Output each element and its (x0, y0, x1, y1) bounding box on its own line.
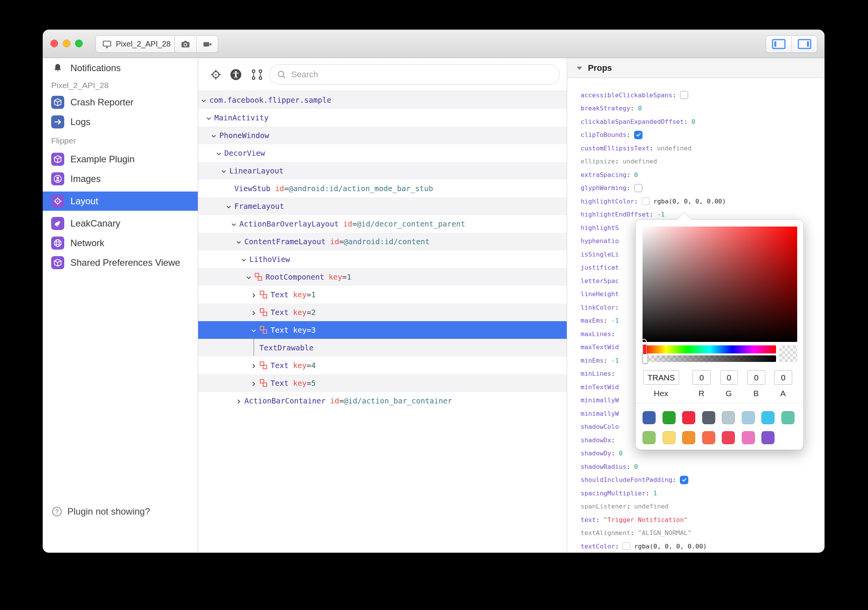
tree-row-actionbarcontainer[interactable]: ActionBarContainer id=@id/action_bar_con… (198, 392, 567, 410)
tree-row-viewstub[interactable]: ViewStub id=@android:id/action_mode_bar_… (198, 180, 567, 197)
target-crosshair-icon[interactable] (210, 68, 222, 81)
tree-row-com.facebook.flipper.sample[interactable]: com.facebook.flipper.sample (198, 91, 567, 109)
prop-key: shadowRadius (581, 463, 626, 470)
green-input[interactable] (720, 370, 738, 385)
props-header[interactable]: Props (567, 58, 825, 78)
sidebar-item-logs[interactable]: Logs (43, 112, 198, 132)
preset-color-swatch[interactable] (663, 431, 676, 444)
chevron-down-icon[interactable] (211, 132, 217, 138)
sidebar-item-network[interactable]: Network (43, 233, 198, 253)
alpha-slider-handle[interactable] (643, 354, 648, 363)
sidebar-item-images[interactable]: Images (43, 169, 198, 189)
chevron-right-icon[interactable] (251, 309, 257, 315)
tree-row-text[interactable]: Text key=3 (198, 321, 567, 339)
hex-input[interactable] (643, 370, 679, 385)
toggle-right-panel-button[interactable] (791, 36, 817, 52)
preset-color-swatch[interactable] (781, 411, 795, 424)
preset-color-swatch[interactable] (742, 431, 755, 444)
saturation-value-area[interactable] (643, 227, 797, 342)
tree-row-linearlayout[interactable]: LinearLayout (198, 162, 567, 180)
screenshot-button[interactable] (175, 36, 196, 52)
toggle-left-panel-button[interactable] (766, 36, 791, 52)
hue-slider[interactable] (643, 345, 776, 353)
tree-row-actionbaroverlaylayout[interactable]: ActionBarOverlayLayout id=@id/decor_cont… (198, 215, 567, 233)
tree-row-text[interactable]: Text key=2 (198, 303, 567, 321)
close-window-button[interactable] (50, 40, 58, 47)
checkbox-checked[interactable] (634, 131, 643, 139)
chevron-down-icon[interactable] (236, 238, 242, 245)
tree-attr-name: key (324, 273, 342, 282)
red-input[interactable] (693, 370, 711, 385)
prop-colon: : (615, 158, 623, 165)
tree-row-textdrawable[interactable]: TextDrawable (198, 339, 567, 357)
prop-value: 0 (638, 105, 642, 112)
plugin-help-link[interactable]: ? Plugin not showing? (43, 502, 198, 521)
screen-record-button[interactable] (196, 36, 218, 52)
chevron-down-icon[interactable] (216, 150, 222, 156)
preset-color-swatch[interactable] (643, 431, 656, 444)
preset-color-swatch[interactable] (742, 411, 755, 424)
accessibility-icon[interactable] (230, 68, 242, 81)
alpha-input[interactable] (774, 370, 792, 385)
sidebar-item-leakcanary[interactable]: LeakCanary (43, 213, 198, 233)
blue-input[interactable] (747, 370, 765, 385)
tree-row-decorview[interactable]: DecorView (198, 144, 567, 162)
tree-row-contentframelayout[interactable]: ContentFrameLayout id=@android:id/conten… (198, 233, 567, 250)
minimize-window-button[interactable] (63, 40, 70, 47)
checkbox-unchecked[interactable] (680, 91, 688, 99)
chevron-down-icon[interactable] (231, 221, 237, 227)
tree-row-text[interactable]: Text key=5 (198, 374, 567, 392)
tree-row-lithoview[interactable]: LithoView (198, 250, 567, 268)
preset-color-swatch[interactable] (643, 411, 656, 424)
tree-row-text[interactable]: Text key=1 (198, 286, 567, 303)
hue-slider-handle[interactable] (643, 344, 647, 355)
tree-row-text[interactable]: Text key=4 (198, 357, 567, 374)
prop-key: shadowDx (581, 437, 611, 444)
sidebar-item-label: Shared Preferences Viewe (70, 257, 180, 268)
alpha-slider[interactable] (643, 355, 776, 362)
chevron-down-icon[interactable] (241, 256, 247, 262)
select-element-icon[interactable] (251, 68, 263, 81)
sidebar-item-layout[interactable]: Layout (43, 192, 198, 211)
chevron-down-icon[interactable] (246, 274, 252, 280)
prop-key: shadowColo (581, 423, 619, 430)
preset-color-swatch[interactable] (761, 431, 775, 444)
chevron-right-icon[interactable] (236, 398, 242, 404)
checkbox-unchecked[interactable] (634, 184, 643, 192)
chevron-down-icon[interactable] (201, 97, 207, 103)
color-value-swatch[interactable] (623, 542, 630, 550)
tree-row-framelayout[interactable]: FrameLayout (198, 197, 567, 215)
sidebar-item-notifications[interactable]: Notifications (43, 58, 198, 78)
tree-row-phonewindow[interactable]: PhoneWindow (198, 127, 567, 144)
preset-color-swatch[interactable] (761, 411, 775, 424)
zoom-window-button[interactable] (75, 40, 83, 47)
preset-color-swatch[interactable] (722, 411, 735, 424)
preset-color-swatch[interactable] (682, 431, 695, 444)
preset-color-swatch[interactable] (682, 411, 695, 424)
prop-row-spacingMultiplier: spacingMultiplier: 1 (581, 487, 825, 500)
device-selector-button[interactable]: Pixel_2_API_28 (95, 35, 177, 53)
prop-value: -1 (611, 357, 619, 364)
triangle-down-icon (576, 66, 583, 70)
sidebar-item-shared-preferences-viewe[interactable]: Shared Preferences Viewe (43, 253, 198, 273)
tree-row-rootcomponent[interactable]: RootComponent key=1 (198, 268, 567, 286)
saturation-cursor[interactable] (641, 339, 647, 345)
checkbox-checked[interactable] (680, 476, 688, 484)
tree-row-mainactivity[interactable]: MainActivity (198, 109, 567, 127)
color-value-swatch[interactable] (642, 197, 649, 205)
chevron-down-icon[interactable] (226, 203, 232, 209)
chevron-down-icon[interactable] (206, 115, 212, 121)
sidebar-item-crash-reporter[interactable]: Crash Reporter (43, 93, 198, 112)
preset-color-swatch[interactable] (722, 431, 735, 444)
preset-color-swatch[interactable] (702, 411, 715, 424)
search-field[interactable] (269, 64, 560, 85)
chevron-right-icon[interactable] (251, 380, 257, 386)
chevron-down-icon[interactable] (251, 327, 257, 333)
chevron-right-icon[interactable] (251, 362, 257, 368)
chevron-down-icon[interactable] (221, 168, 227, 174)
preset-color-swatch[interactable] (663, 411, 676, 424)
sidebar-item-example-plugin[interactable]: Example Plugin (43, 150, 198, 169)
search-input[interactable] (290, 69, 553, 80)
preset-color-swatch[interactable] (702, 431, 715, 444)
chevron-right-icon[interactable] (251, 292, 257, 298)
